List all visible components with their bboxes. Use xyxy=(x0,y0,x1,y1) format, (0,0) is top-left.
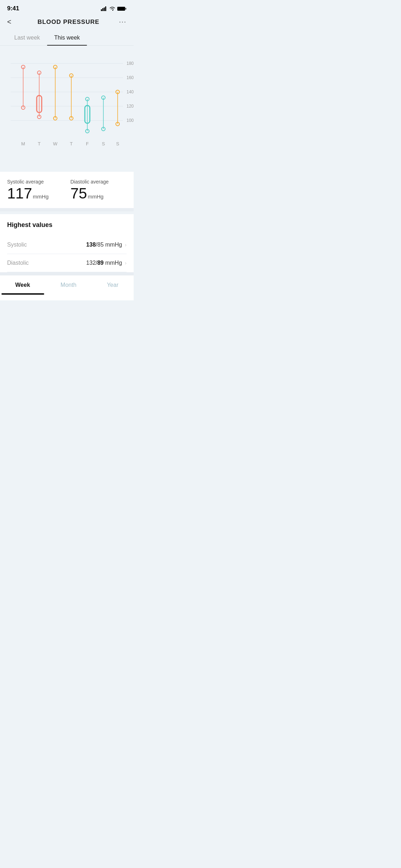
svg-rect-0 xyxy=(101,9,102,11)
tab-year[interactable]: Year xyxy=(100,280,125,290)
diastolic-row-value: 132/89 mmHg › xyxy=(86,260,127,266)
systolic-unit: mmHg xyxy=(33,193,48,200)
diastolic-value: 75 xyxy=(71,186,87,201)
tab-week[interactable]: Week xyxy=(8,280,37,290)
svg-rect-5 xyxy=(125,8,126,10)
systolic-label: Systolic average xyxy=(7,179,63,185)
svg-text:180: 180 xyxy=(127,61,134,66)
diastolic-stat: Diastolic average 75 mmHg xyxy=(71,179,127,201)
spacer xyxy=(0,208,134,211)
header: < BLOOD PRESSURE ··· xyxy=(0,14,134,30)
svg-rect-2 xyxy=(104,7,105,11)
diastolic-row[interactable]: Diastolic 132/89 mmHg › xyxy=(7,254,127,272)
stats-section: Systolic average 117 mmHg Diastolic aver… xyxy=(0,172,134,208)
diastolic-chevron-icon: › xyxy=(125,260,127,266)
systolic-value: 117 xyxy=(7,186,32,201)
tab-month[interactable]: Month xyxy=(53,280,83,290)
svg-text:T: T xyxy=(38,141,41,146)
svg-rect-3 xyxy=(105,6,106,11)
svg-text:W: W xyxy=(53,141,58,146)
status-time: 9:41 xyxy=(7,5,19,12)
back-button[interactable]: < xyxy=(7,18,18,26)
menu-button[interactable]: ··· xyxy=(119,18,127,26)
svg-text:T: T xyxy=(70,141,73,146)
bp-chart: 180 160 140 120 100 xyxy=(4,53,134,167)
week-tabs: Last week This week xyxy=(0,30,134,46)
tab-last-week[interactable]: Last week xyxy=(7,30,47,45)
svg-text:F: F xyxy=(86,141,89,146)
svg-text:160: 160 xyxy=(127,75,134,80)
wifi-icon xyxy=(109,6,115,11)
chart-area: 180 160 140 120 100 xyxy=(0,46,134,172)
status-icons xyxy=(101,6,127,11)
svg-text:M: M xyxy=(21,141,25,146)
svg-text:S: S xyxy=(116,141,119,146)
systolic-stat: Systolic average 117 mmHg xyxy=(7,179,63,201)
diastolic-row-label: Diastolic xyxy=(7,260,29,266)
systolic-chevron-icon: › xyxy=(125,242,127,248)
svg-text:140: 140 xyxy=(127,89,134,94)
tab-this-week[interactable]: This week xyxy=(47,30,87,45)
bottom-tab-bar: Week Month Year xyxy=(0,275,134,300)
page-title: BLOOD PRESSURE xyxy=(37,19,99,26)
systolic-row-value: 138/85 mmHg › xyxy=(86,242,127,248)
signal-icon xyxy=(101,6,107,11)
diastolic-label: Diastolic average xyxy=(71,179,127,185)
svg-text:S: S xyxy=(102,141,105,146)
status-bar: 9:41 xyxy=(0,0,134,14)
svg-rect-1 xyxy=(102,8,103,11)
highest-values-section: Highest values Systolic 138/85 mmHg › Di… xyxy=(0,214,134,272)
systolic-row-label: Systolic xyxy=(7,242,27,248)
svg-rect-4 xyxy=(117,7,125,11)
svg-text:100: 100 xyxy=(127,118,134,123)
highest-values-title: Highest values xyxy=(7,221,127,229)
battery-icon xyxy=(117,6,127,11)
svg-text:120: 120 xyxy=(127,104,134,109)
systolic-row[interactable]: Systolic 138/85 mmHg › xyxy=(7,236,127,254)
diastolic-unit: mmHg xyxy=(88,193,103,200)
spacer2 xyxy=(0,272,134,275)
